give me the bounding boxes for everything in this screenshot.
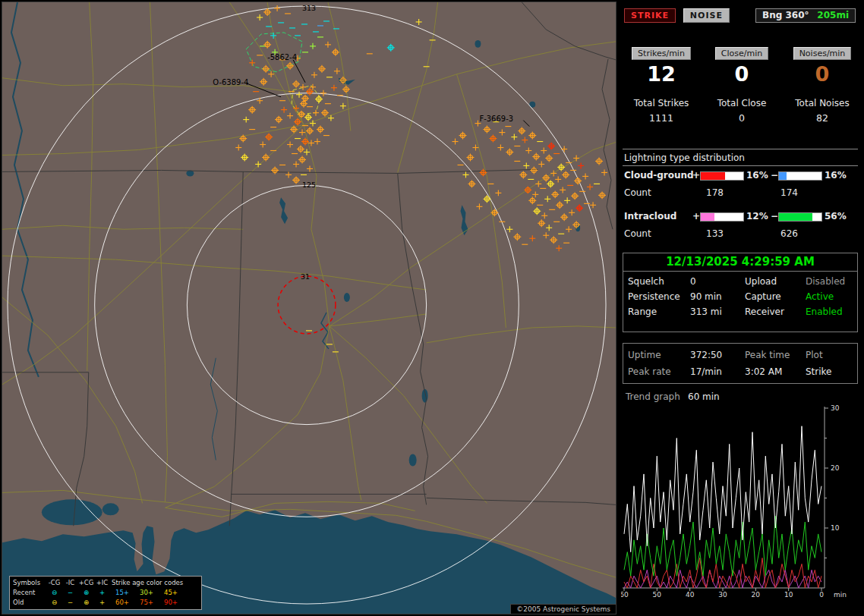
cg-positive-bar [700,171,744,181]
uptime-label: Uptime [628,347,661,363]
svg-text:10: 10 [831,524,840,532]
squelch-label: Squelch [628,274,664,289]
plus-icon: + [94,588,110,598]
persistence-label: Persistence [628,289,680,304]
datetime-display: 12/13/2025 4:29:59 AM [623,253,857,272]
noise-mode-button[interactable]: NOISE [683,8,730,23]
status-row: Persistence 90 min Capture Active [623,289,857,304]
count-label: Count [624,228,651,239]
peak-time-label: Peak time [745,347,790,363]
capture-label: Capture [745,289,781,304]
legend-recent-label: Recent [13,588,46,598]
svg-text:60: 60 [621,591,629,599]
cloud-ground-label: Cloud-ground [624,170,694,181]
intracloud-label: Intracloud [624,211,676,222]
divider [623,165,858,166]
legend-col-+ic: +IC [94,578,110,588]
circle-plus-icon: ⊕ [78,598,94,608]
ic-negative-bar [778,212,822,222]
plus-sign: + [692,170,700,181]
age-90: 90+ [159,598,183,608]
peak-rate-value: 17/min [690,363,722,380]
status-box: 12/13/2025 4:29:59 AM Squelch 0 Upload D… [623,253,858,332]
circle-minus-icon: ⊖ [46,598,62,608]
range-setting-value: 313 mi [690,304,722,319]
uptime-value: 372:50 [690,347,722,363]
close-per-min-header[interactable]: Close/min [715,47,768,60]
info-row: Uptime 372:50 Peak time Plot [623,347,857,363]
plot-type-value: Strike [806,363,832,380]
close-per-min-value: 0 [702,64,782,85]
capture-status: Active [806,289,834,304]
plus-icon: + [94,598,110,608]
noises-per-min-header[interactable]: Noises/min [793,47,852,60]
svg-text:20: 20 [831,464,840,472]
distribution-title: Lightning type distribution [624,152,745,163]
ring-label-mid: 125 [302,181,316,189]
svg-text:0: 0 [819,591,824,599]
ic-negative-count: 626 [780,228,798,239]
svg-text:30: 30 [718,591,727,599]
range-value: 205mi [817,9,849,22]
minus-icon: − [62,588,78,598]
legend-age-title: Strike age color codes [110,578,198,588]
total-strikes-label: Total Strikes [621,98,702,108]
receiver-status: Enabled [806,304,843,319]
legend-header-row: Symbols -CG -IC +CG +IC Strike age color… [13,578,198,588]
circle-plus-icon: ⊕ [78,588,94,598]
upload-label: Upload [745,274,777,289]
age-15: 15+ [110,588,134,598]
bearing-range-box: Bng 360° 205mi [755,8,856,23]
age-45: 45+ [159,588,183,598]
minus-sign: − [771,211,778,222]
strike-legend: Symbols -CG -IC +CG +IC Strike age color… [9,576,202,610]
ic-positive-pct: 12% [746,211,768,222]
divider [623,149,858,149]
lightning-app-window: 313 125 31 -5862-4 O-6389-4 F-3669-3 Sym… [0,0,864,616]
svg-text:30: 30 [831,405,840,412]
info-row: Peak rate 17/min 3:02 AM Strike [623,363,857,380]
legend-col-+cg: +CG [78,578,94,588]
noises-per-min-value: 0 [782,64,862,85]
legend-symbols-title: Symbols [13,578,46,588]
trend-chart: 6050403020100min102030 [621,405,856,614]
storm-cell-label: F-3669-3 [479,115,513,123]
bearing-value: Bng 360° [762,9,809,22]
receiver-label: Receiver [745,304,784,319]
strikes-per-min-header[interactable]: Strikes/min [632,47,691,60]
copyright-text: ©2005 Astrogenic Systems [510,604,616,614]
total-noises-value: 82 [782,112,862,124]
persistence-value: 90 min [690,289,722,304]
cg-negative-count: 174 [780,187,798,198]
legend-recent-row: Recent ⊖ − ⊕ + 15+ 30+ 45+ [13,588,198,598]
peak-rate-label: Peak rate [628,363,671,380]
minus-icon: − [62,598,78,608]
storm-cell-label: O-6389-4 [213,78,248,86]
circle-minus-icon: ⊖ [46,588,62,598]
cg-negative-bar [778,171,822,181]
range-label: Range [628,304,657,319]
svg-text:20: 20 [752,591,761,599]
cg-positive-count: 178 [706,187,724,198]
ring-label-inner: 31 [301,272,310,281]
minus-sign: − [771,170,778,181]
trend-window-value: 60 min [688,391,720,402]
legend-col--ic: -IC [62,578,78,588]
plot-label: Plot [806,347,823,363]
count-label: Count [624,187,651,198]
strikes-per-min-value: 12 [621,64,702,85]
cg-positive-pct: 16% [746,170,768,181]
plus-sign: + [692,211,700,222]
storm-cell-label: -5862-4 [267,53,297,61]
ic-positive-bar [700,212,744,222]
ic-positive-count: 133 [706,228,724,239]
trend-graph-label: Trend graph [626,391,680,402]
strike-mode-button[interactable]: STRIKE [624,8,676,23]
status-row: Range 313 mi Receiver Enabled [623,304,857,319]
ic-negative-pct: 56% [825,211,847,222]
total-noises-label: Total Noises [782,98,862,108]
ring-label-outer: 313 [302,4,316,12]
total-strikes-value: 1111 [621,112,702,124]
status-row: Squelch 0 Upload Disabled [623,274,857,289]
lightning-map[interactable]: 313 125 31 -5862-4 O-6389-4 F-3669-3 [2,2,616,614]
